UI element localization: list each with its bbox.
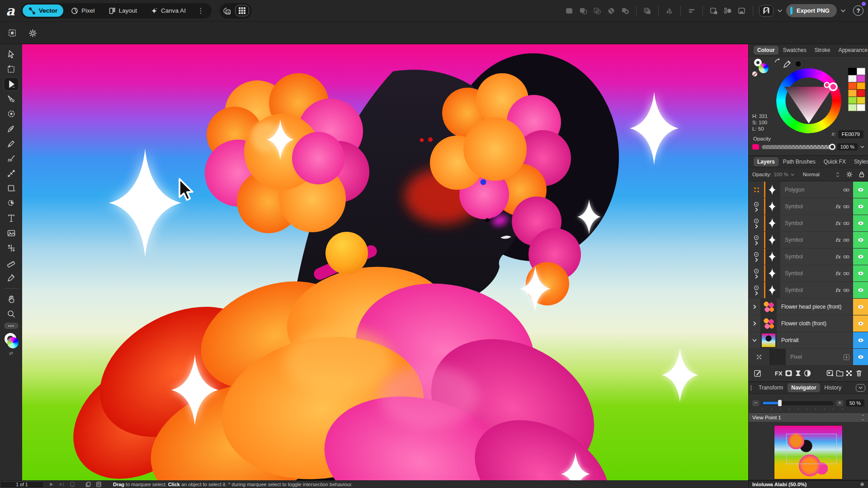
insert-behind-icon[interactable] — [709, 6, 719, 16]
layer-visibility-toggle[interactable] — [853, 249, 868, 265]
layer-row[interactable]: Symbol fx — [749, 215, 868, 231]
selection-brush-tool-icon[interactable] — [4, 108, 19, 120]
fx-badge[interactable]: fx — [835, 287, 840, 293]
layer-thumbnail[interactable] — [769, 349, 786, 365]
opacity-slider[interactable] — [762, 145, 835, 149]
layer-row[interactable]: Symbol fx — [749, 249, 868, 265]
layer-row[interactable]: Flower head piece (front) — [749, 299, 868, 315]
tab-transform[interactable]: Transform — [755, 383, 787, 392]
layer-opacity-value[interactable]: 100 % — [774, 172, 788, 177]
layer-thumbnail[interactable] — [764, 215, 780, 231]
layer-row[interactable]: Portrait — [749, 332, 868, 348]
layer-name[interactable]: Symbol — [785, 220, 835, 226]
fill-color-icon[interactable] — [7, 337, 19, 348]
more-personas-icon[interactable]: ⋮ — [193, 6, 207, 15]
opacity-slider-handle[interactable] — [829, 144, 835, 150]
zoom-slider-handle[interactable] — [778, 400, 782, 406]
fx-badge[interactable]: fx — [835, 271, 840, 277]
rectangle-tool-icon[interactable] — [4, 182, 19, 195]
move-tool-icon[interactable] — [4, 48, 19, 61]
link-badge-icon[interactable] — [843, 272, 849, 276]
tab-navigator[interactable]: Navigator — [788, 383, 820, 392]
layer-name[interactable]: Portrait — [781, 337, 849, 343]
collapse-chevron-icon[interactable] — [752, 339, 757, 342]
opacity-dropdown-icon[interactable] — [791, 174, 794, 176]
expand-chevron-icon[interactable] — [755, 224, 758, 229]
group-icon[interactable] — [835, 370, 844, 376]
layer-visibility-toggle[interactable] — [853, 198, 868, 215]
expand-chevron-icon[interactable] — [755, 291, 758, 296]
adjustment-icon[interactable] — [793, 370, 803, 377]
link-badge-icon[interactable] — [843, 188, 849, 192]
boolean-combine-icon[interactable] — [620, 6, 630, 16]
layer-name[interactable]: Symbol — [785, 253, 835, 260]
layer-visibility-toggle[interactable] — [853, 299, 868, 315]
blend-mode-select[interactable]: Normal — [803, 172, 820, 177]
tab-stroke[interactable]: Stroke — [811, 46, 834, 55]
symbol-target-icon[interactable] — [754, 202, 759, 207]
power-duplicate-icon[interactable] — [642, 6, 652, 16]
duplicate-page-icon[interactable] — [85, 482, 91, 487]
layer-thumbnail[interactable] — [760, 315, 777, 332]
fill-icon[interactable] — [803, 370, 812, 377]
page-list-icon[interactable] — [96, 482, 101, 487]
help-button[interactable]: ? — [853, 5, 863, 16]
layer-visibility-toggle[interactable] — [853, 265, 868, 282]
swap-colors-icon[interactable]: ⇄ — [9, 351, 13, 356]
persona-tab-canva-ai[interactable]: Canva AI — [145, 5, 192, 17]
symbol-target-icon[interactable] — [754, 268, 759, 274]
no-fill-icon[interactable] — [752, 71, 757, 76]
select-tool-icon[interactable] — [4, 78, 19, 90]
boolean-add-icon[interactable] — [564, 6, 574, 16]
layer-name[interactable]: Polygon — [785, 187, 843, 193]
swap-fill-stroke-icon[interactable] — [774, 58, 782, 64]
colour-swatch[interactable] — [857, 89, 865, 97]
persona-tab-vector[interactable]: Vector — [23, 5, 63, 17]
colour-swatch[interactable] — [848, 97, 857, 104]
symbol-target-icon[interactable] — [754, 235, 759, 240]
node-tool-icon[interactable] — [4, 93, 19, 105]
fx-badge[interactable]: fx — [835, 237, 840, 243]
hex-value-field[interactable]: FE0079 — [838, 130, 863, 138]
grid-icon[interactable] — [235, 5, 249, 16]
layer-visibility-toggle[interactable] — [853, 215, 868, 231]
text-tool-icon[interactable] — [4, 212, 19, 225]
navigator-viewport-rect[interactable] — [786, 434, 837, 464]
opacity-value-field[interactable]: 100 % — [837, 143, 858, 150]
navigator-thumbnail[interactable] — [774, 426, 842, 479]
link-badge-icon[interactable] — [843, 288, 849, 292]
layer-thumbnail[interactable] — [764, 182, 780, 198]
auto-select-icon[interactable]: A — [222, 7, 231, 15]
marquee-tool-icon[interactable] — [4, 63, 19, 75]
layer-name[interactable]: Flower head piece (front) — [781, 304, 849, 310]
colour-swatch[interactable] — [857, 82, 865, 89]
layer-row[interactable]: Symbol fx — [749, 265, 868, 282]
layer-thumbnail[interactable] — [764, 198, 780, 215]
play-pages-icon[interactable] — [49, 482, 54, 487]
layer-row[interactable]: Pixel — [749, 349, 868, 365]
tab-layers[interactable]: Layers — [754, 157, 778, 166]
expand-chevron-icon[interactable] — [755, 207, 758, 212]
layer-thumbnail[interactable] — [764, 232, 780, 248]
layer-thumbnail[interactable] — [764, 282, 780, 298]
secondary-color-well[interactable] — [795, 61, 802, 67]
link-badge-icon[interactable] — [843, 205, 849, 209]
symbol-target-icon[interactable] — [754, 285, 759, 291]
boolean-intersect-icon[interactable] — [592, 6, 602, 16]
image-tool-icon[interactable] — [4, 227, 19, 239]
layer-thumbnail[interactable] — [760, 332, 777, 348]
insert-inside-icon[interactable] — [723, 6, 733, 16]
hand-tool-icon[interactable] — [4, 293, 19, 305]
layer-visibility-toggle[interactable] — [853, 182, 868, 198]
boolean-divide-icon[interactable] — [606, 6, 616, 16]
layer-row[interactable]: Symbol fx — [749, 232, 868, 248]
layer-visibility-toggle[interactable] — [853, 349, 868, 365]
settings-gear-icon[interactable] — [29, 29, 37, 37]
colour-swatch[interactable] — [857, 97, 865, 104]
knife-tool-icon[interactable] — [4, 167, 19, 180]
layer-name[interactable]: Symbol — [785, 287, 835, 293]
tab-colour[interactable]: Colour — [754, 46, 778, 55]
fx-badge[interactable]: fx — [835, 221, 840, 226]
tool-color-well[interactable] — [4, 333, 19, 348]
layer-name[interactable]: Flower cloth (front) — [781, 320, 849, 327]
